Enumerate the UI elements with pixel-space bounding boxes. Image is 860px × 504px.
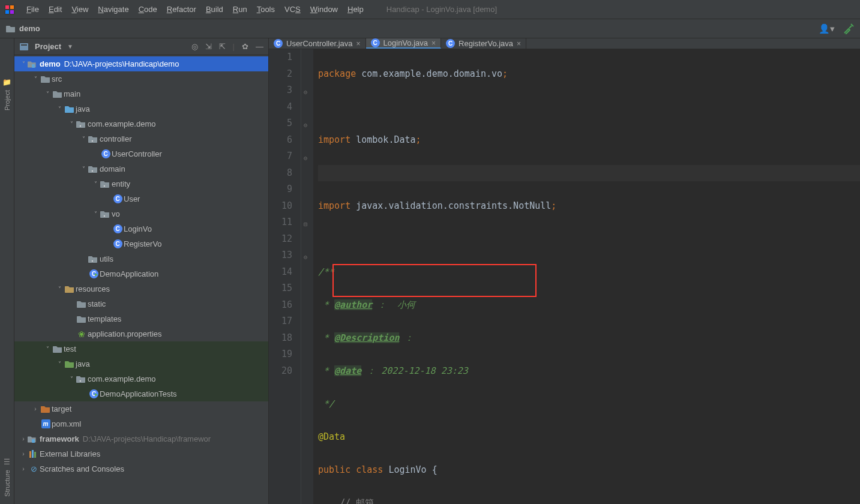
user-icon[interactable]: 👤▾ — [819, 23, 835, 34]
javadoc: ： 2022-12-18 23:23 — [361, 365, 468, 376]
expander-icon[interactable]: ˅ — [55, 361, 64, 367]
expand-all-icon[interactable]: ⇲ — [205, 42, 212, 51]
tree-row[interactable]: mpom.xml — [14, 416, 268, 431]
tree-label: test — [64, 344, 76, 353]
build-icon[interactable] — [843, 23, 854, 34]
fold-marker[interactable]: ⊖ — [304, 84, 307, 101]
tree-row[interactable]: ›target — [14, 401, 268, 416]
menu-code[interactable]: Code — [134, 2, 162, 16]
editor-tab[interactable]: CUserController.java× — [269, 38, 366, 49]
expander-icon[interactable]: ˅ — [91, 181, 100, 187]
expander-icon[interactable]: › — [19, 466, 28, 472]
expander-icon[interactable]: › — [31, 406, 40, 412]
tree-row[interactable]: C▸DemoApplicationTests — [14, 386, 268, 401]
close-icon[interactable]: × — [356, 40, 361, 48]
expander-icon[interactable]: ˅ — [43, 346, 52, 352]
tree-row[interactable]: ˅•com.example.demo — [14, 371, 268, 386]
expander-icon[interactable]: ˅ — [79, 166, 88, 172]
tree-row[interactable]: CLoginVo — [14, 221, 268, 236]
tree-row[interactable]: templates — [14, 311, 268, 326]
expander-icon[interactable]: ˅ — [55, 106, 64, 112]
settings-icon[interactable]: ✿ — [242, 42, 248, 51]
tree-label: demo — [40, 59, 61, 68]
tree-row[interactable]: ›frameworkD:\JAVA-projects\Handicap\fram… — [14, 431, 268, 446]
module-icon — [28, 435, 40, 443]
structure-tool-icon[interactable]: ☰ — [4, 458, 10, 466]
fold-marker[interactable]: ⊟ — [304, 216, 307, 233]
tree-row[interactable]: ˅•domain — [14, 161, 268, 176]
tree-row[interactable]: •utils — [14, 251, 268, 266]
menu-tools[interactable]: Tools — [252, 2, 280, 16]
tree-row[interactable]: ˅java — [14, 356, 268, 371]
structure-tool-label[interactable]: Structure — [4, 470, 11, 497]
tree-row[interactable]: ˅•controller — [14, 131, 268, 146]
expander-icon[interactable]: ˅ — [79, 136, 88, 142]
tree-row[interactable]: CUser — [14, 191, 268, 206]
close-icon[interactable]: × — [432, 39, 436, 47]
tree-label: static — [88, 299, 106, 308]
menu-help[interactable]: Help — [343, 2, 368, 16]
tree-row[interactable]: ˅•com.example.demo — [14, 116, 268, 131]
locate-icon[interactable]: ◎ — [191, 42, 198, 51]
expander-icon[interactable]: › — [19, 451, 28, 457]
folder-icon — [76, 300, 88, 308]
menu-build[interactable]: Build — [201, 2, 228, 16]
tree-row[interactable]: static — [14, 296, 268, 311]
menu-run[interactable]: Run — [228, 2, 252, 16]
collapse-all-icon[interactable]: ⇱ — [219, 42, 226, 51]
project-tool-label[interactable]: Project — [4, 90, 11, 110]
close-icon[interactable]: × — [517, 40, 521, 48]
code-content[interactable]: package com.example.demo.domain.vo; impo… — [313, 49, 860, 504]
package-icon: • — [88, 135, 100, 143]
tree-row[interactable]: ˅•vo — [14, 206, 268, 221]
tree-row[interactable]: ❀application.properties — [14, 326, 268, 341]
editor-tab[interactable]: CRegisterVo.java× — [441, 38, 526, 49]
editor-tab[interactable]: CLoginVo.java× — [366, 38, 441, 49]
menu-refactor[interactable]: Refactor — [162, 2, 201, 16]
expander-icon[interactable]: ˅ — [67, 121, 76, 127]
line-number: 15 — [269, 280, 292, 297]
fold-marker[interactable]: ⊖ — [304, 117, 307, 134]
tree-row[interactable]: ˅src — [14, 71, 268, 86]
hide-icon[interactable]: — — [256, 42, 263, 51]
tab-label: LoginVo.java — [383, 38, 428, 47]
doc-tag: @Description — [334, 332, 399, 343]
expander-icon[interactable]: ˅ — [55, 286, 64, 292]
module-icon — [28, 60, 40, 68]
tree-row[interactable]: CUserController — [14, 146, 268, 161]
menu-file[interactable]: File — [22, 2, 44, 16]
tree-row[interactable]: ˅resources — [14, 281, 268, 296]
expander-icon[interactable]: ˅ — [31, 76, 40, 82]
menu-navigate[interactable]: Navigate — [93, 2, 133, 16]
tree-row[interactable]: CRegisterVo — [14, 236, 268, 251]
line-number: 18 — [269, 330, 292, 347]
expander-icon[interactable]: ˅ — [67, 376, 76, 382]
tree-row[interactable]: ˅test — [14, 341, 268, 356]
menu-view[interactable]: View — [67, 2, 93, 16]
tree-row[interactable]: ˅•entity — [14, 176, 268, 191]
tree-row[interactable]: C▸DemoApplication — [14, 266, 268, 281]
folder-icon — [52, 345, 64, 353]
editor-body[interactable]: 1234567891011121314151617181920 ⊖ ⊖ ⊖ ⊟ … — [269, 49, 860, 504]
expander-icon[interactable]: ˅ — [91, 211, 100, 217]
tree-row[interactable]: ˅main — [14, 86, 268, 101]
menu-window[interactable]: Window — [305, 2, 343, 16]
project-tree[interactable]: ˅demoD:\JAVA-projects\Handicap\demo˅src˅… — [14, 55, 268, 504]
chevron-down-icon[interactable]: ▼ — [67, 43, 73, 50]
tree-row[interactable]: ›⊘Scratches and Consoles — [14, 461, 268, 476]
project-view-selector[interactable]: Project — [31, 41, 65, 52]
tree-row[interactable]: ›External Libraries — [14, 446, 268, 461]
tree-label: UserController — [112, 149, 162, 158]
expander-icon[interactable]: › — [19, 436, 28, 442]
menu-VCs[interactable]: VCS — [280, 2, 305, 16]
project-tool-icon[interactable]: 📁 — [2, 78, 11, 86]
menu-edit[interactable]: Edit — [44, 2, 67, 16]
fold-marker[interactable]: ⊖ — [304, 150, 307, 167]
breadcrumb-project[interactable]: demo — [19, 24, 40, 33]
tree-label: com.example.demo — [88, 374, 155, 383]
tree-row[interactable]: ˅demoD:\JAVA-projects\Handicap\demo — [14, 56, 268, 71]
tree-row[interactable]: ˅java — [14, 101, 268, 116]
expander-icon[interactable]: ˅ — [19, 61, 28, 67]
fold-marker[interactable]: ⊖ — [304, 249, 307, 266]
expander-icon[interactable]: ˅ — [43, 91, 52, 97]
